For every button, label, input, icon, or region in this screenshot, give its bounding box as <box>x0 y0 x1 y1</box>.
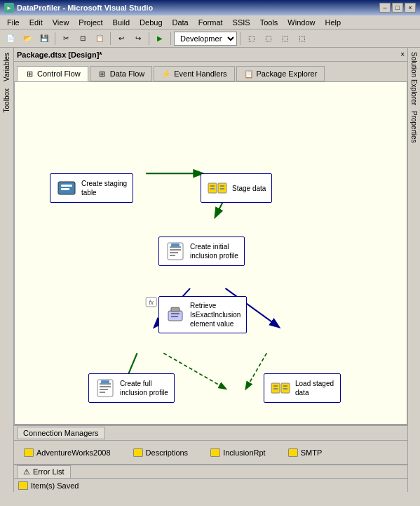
tab-data-flow[interactable]: ⊞ Data Flow <box>90 66 153 81</box>
data-flow-label: Data Flow <box>110 69 145 78</box>
tab-control-flow[interactable]: ⊞ Control Flow <box>17 66 88 81</box>
maximize-button[interactable]: □ <box>392 3 403 13</box>
conn-inclusionrpt-label: InclusionRpt <box>223 448 266 457</box>
node-stage-data[interactable]: Stage data <box>201 173 272 203</box>
close-button[interactable]: × <box>405 3 416 13</box>
error-list-icon: ⚠ <box>23 467 30 477</box>
conn-adventureworks-icon <box>24 448 34 457</box>
copy-button[interactable]: ⊡ <box>75 32 90 46</box>
side-toolbox: Variables Toolbox <box>0 48 14 492</box>
toolbar-separator-5 <box>240 32 241 45</box>
undo-button[interactable]: ↩ <box>114 32 129 46</box>
svg-rect-36 <box>101 380 109 383</box>
variables-tab[interactable]: Variables <box>1 49 13 85</box>
conn-inclusionrpt[interactable]: InclusionRpt <box>206 447 270 458</box>
svg-rect-27 <box>168 311 182 321</box>
misc-btn-3[interactable]: ⬚ <box>277 32 292 46</box>
svg-rect-26 <box>171 244 179 246</box>
package-explorer-icon: 📋 <box>244 69 254 79</box>
tab-event-handlers[interactable]: ⚡ Event Handlers <box>154 66 234 81</box>
app-icon: ► <box>4 3 14 13</box>
menu-window[interactable]: Window <box>283 17 319 28</box>
connection-managers-tab[interactable]: Connection Managers <box>17 427 105 439</box>
save-button[interactable]: 💾 <box>36 32 52 46</box>
conn-descriptions-icon <box>133 448 143 457</box>
svg-rect-18 <box>220 185 224 187</box>
node-create-staging[interactable]: Create stagingtable <box>50 173 133 203</box>
control-flow-label: Control Flow <box>37 69 81 78</box>
toolbox-tab[interactable]: Toolbox <box>1 85 13 116</box>
menu-debug[interactable]: Debug <box>135 17 166 28</box>
menu-ssis[interactable]: SSIS <box>229 17 255 28</box>
menu-project[interactable]: Project <box>74 17 107 28</box>
menu-build[interactable]: Build <box>109 17 134 28</box>
control-flow-icon: ⊞ <box>25 69 34 79</box>
menu-tools[interactable]: Tools <box>256 17 283 28</box>
conn-smtp-label: SMTP <box>301 448 323 457</box>
new-button[interactable]: 📄 <box>3 32 18 46</box>
menu-bar: File Edit View Project Build Debug Data … <box>0 15 420 29</box>
error-list-tab[interactable]: ⚠ Error List <box>17 465 71 479</box>
svg-rect-41 <box>273 388 278 390</box>
event-handlers-label: Event Handlers <box>174 69 226 78</box>
toolbar-separator-3 <box>149 32 149 45</box>
create-staging-icon <box>56 178 77 198</box>
cut-button[interactable]: ✂ <box>58 32 74 46</box>
status-icon <box>18 481 28 490</box>
conn-inclusionrpt-icon <box>210 448 220 457</box>
conn-smtp[interactable]: SMTP <box>284 447 327 458</box>
properties-tab[interactable]: Properties <box>409 108 419 146</box>
svg-rect-40 <box>283 385 287 387</box>
status-text: Item(s) Saved <box>31 481 79 490</box>
menu-help[interactable]: Help <box>320 17 345 28</box>
svg-rect-19 <box>210 188 215 189</box>
menu-view[interactable]: View <box>48 17 74 28</box>
redo-button[interactable]: ↪ <box>130 32 146 46</box>
toolbar-separator-2 <box>110 32 111 45</box>
node-retrieve[interactable]: RetrieveIsExactInclusionelement value <box>158 296 247 333</box>
misc-btn-1[interactable]: ⬚ <box>243 32 259 46</box>
create-inclusion-icon <box>165 241 186 261</box>
minimize-button[interactable]: – <box>379 3 391 13</box>
conn-smtp-icon <box>288 448 298 457</box>
error-list-label: Error List <box>33 467 65 476</box>
tab-package-explorer[interactable]: 📋 Package Explorer <box>236 66 325 81</box>
design-tabs: ⊞ Control Flow ⊞ Data Flow ⚡ Event Handl… <box>14 62 407 81</box>
misc-btn-2[interactable]: ⬚ <box>260 32 276 46</box>
title-bar-text: DataProfiler - Microsoft Visual Studio <box>17 4 153 12</box>
title-bar-controls[interactable]: – □ × <box>379 3 416 13</box>
svg-rect-20 <box>220 188 224 189</box>
open-button[interactable]: 📂 <box>20 32 35 46</box>
paste-button[interactable]: 📋 <box>92 32 107 46</box>
package-header: Package.dtsx [Design]* × <box>14 48 407 62</box>
conn-adventureworks-label: AdventureWorks2008 <box>36 448 111 457</box>
menu-edit[interactable]: Edit <box>25 17 47 28</box>
canvas[interactable]: fx fx <box>14 81 407 425</box>
error-list-tab-bar: ⚠ Error List <box>14 464 407 478</box>
node-create-inclusion[interactable]: Create initialinclusion profile <box>158 237 245 266</box>
menu-data[interactable]: Data <box>168 17 193 28</box>
event-handlers-icon: ⚡ <box>161 69 171 79</box>
svg-text:fx: fx <box>149 299 154 306</box>
package-close-button[interactable]: × <box>400 51 405 58</box>
conn-adventureworks[interactable]: AdventureWorks2008 <box>20 447 115 458</box>
conn-descriptions[interactable]: Descriptions <box>129 447 193 458</box>
run-button[interactable]: ▶ <box>152 32 168 46</box>
svg-rect-39 <box>273 385 278 387</box>
svg-rect-14 <box>61 188 69 190</box>
solution-explorer-tab[interactable]: Solution Explorer <box>409 49 419 108</box>
config-dropdown[interactable]: Development <box>174 32 237 46</box>
connection-managers-bar: Connection Managers <box>14 425 407 440</box>
node-create-full[interactable]: Create fullinclusion profile <box>88 373 175 403</box>
stage-data-icon <box>207 178 228 198</box>
svg-rect-42 <box>283 388 287 390</box>
load-staged-icon <box>270 378 291 398</box>
main-container: Variables Toolbox Package.dtsx [Design]*… <box>0 48 420 492</box>
menu-format[interactable]: Format <box>194 17 227 28</box>
load-staged-label: Load stageddata <box>295 379 334 397</box>
data-flow-icon: ⊞ <box>97 69 107 79</box>
node-load-staged[interactable]: Load stageddata <box>264 373 341 403</box>
retrieve-label: RetrieveIsExactInclusionelement value <box>190 301 241 328</box>
misc-btn-4[interactable]: ⬚ <box>294 32 309 46</box>
menu-file[interactable]: File <box>3 17 24 28</box>
